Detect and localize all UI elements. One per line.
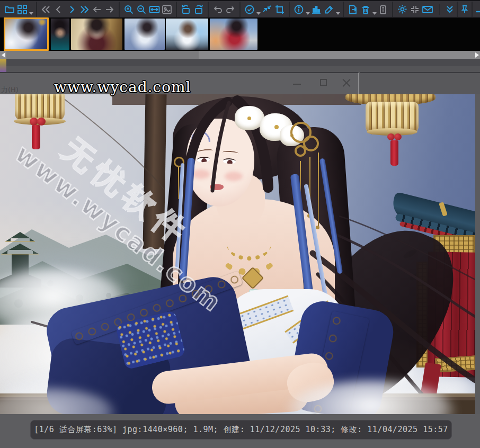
toolbar-group-info: [290, 2, 342, 17]
toolbar-separator: [343, 2, 344, 17]
history-forward-icon[interactable]: [103, 3, 116, 16]
email-icon[interactable]: [421, 3, 434, 16]
toolbar-group-zoom: [120, 2, 175, 17]
crop-icon[interactable]: [273, 3, 286, 16]
exif-info-icon[interactable]: [377, 3, 389, 16]
color-picker-caret[interactable]: [336, 12, 340, 15]
undo-icon[interactable]: [211, 3, 224, 16]
toolbar-separator: [36, 2, 37, 17]
dangle-bead: [316, 226, 319, 229]
previous-image-icon[interactable]: [52, 3, 65, 16]
thumbnail-5[interactable]: [166, 19, 208, 50]
toolbar-group-tools: [394, 2, 436, 17]
toolbar-group-file-ops: [344, 2, 392, 17]
browse-mode-icon[interactable]: [16, 3, 29, 16]
left-lantern-knot: [37, 118, 46, 126]
toolbar-separator: [239, 2, 241, 17]
background-band2: [0, 66, 480, 72]
zoom-in-icon[interactable]: [122, 3, 135, 16]
bg-minimize-icon[interactable]: [293, 84, 301, 85]
status-bar: [1/6 适合屏幕:63%] jpg:1440×960; 1.9M; 创建: 1…: [30, 420, 452, 440]
rotate-right-icon[interactable]: [192, 3, 205, 16]
toolbar-group-file: [1, 2, 35, 17]
necklace: [219, 230, 279, 275]
thumbnail-3[interactable]: [71, 19, 122, 50]
toolbar-separator: [119, 2, 120, 17]
select-check-icon[interactable]: [243, 3, 256, 16]
thumbnail-4[interactable]: [125, 19, 165, 50]
gold-hairpin: [295, 145, 306, 157]
toolbar-group-rotate: [177, 2, 207, 17]
toolbar-separator: [392, 2, 393, 17]
hairpin-dangle: [318, 153, 319, 227]
history-back-icon[interactable]: [91, 3, 103, 16]
resize-icon[interactable]: [261, 3, 273, 16]
open-folder-icon[interactable]: [3, 3, 16, 16]
thumbnail-6[interactable]: [210, 19, 257, 50]
browse-mode-caret[interactable]: [29, 12, 33, 15]
background-window-right: [360, 72, 480, 94]
bg-menu-item[interactable]: 力(H): [1, 85, 19, 95]
select-caret[interactable]: [256, 12, 261, 15]
filmstrip-scrollbar[interactable]: [0, 51, 480, 59]
more-tools-icon[interactable]: [443, 3, 456, 16]
toolbar-group-edit: [241, 2, 288, 17]
delete-caret[interactable]: [372, 12, 377, 15]
pin-window-icon[interactable]: [458, 3, 471, 16]
toolbar-separator: [457, 2, 458, 17]
main-toolbar: [0, 0, 480, 17]
fit-to-width-icon[interactable]: [148, 3, 161, 16]
rotate-left-icon[interactable]: [180, 3, 192, 16]
scroll-right-arrow[interactable]: [474, 51, 480, 59]
zoom-out-icon[interactable]: [135, 3, 148, 16]
toolbar-separator: [208, 2, 209, 17]
top-watermark: www.wycad.coml: [54, 78, 191, 96]
bg-maximize-icon[interactable]: [320, 79, 327, 86]
app-window: 力(H) www.wycad.coml: [0, 0, 480, 448]
scroll-left-arrow[interactable]: [0, 51, 6, 59]
actual-size-icon[interactable]: [161, 3, 173, 16]
bg-close-icon[interactable]: [342, 78, 350, 86]
main-image[interactable]: 无忧软件 www.wycad.com: [0, 94, 475, 414]
minimize-icon[interactable]: [473, 3, 480, 16]
thumbnail-1-selected[interactable]: [4, 17, 49, 51]
image-info-icon[interactable]: [292, 3, 305, 16]
toolbar-separator: [176, 2, 177, 17]
toolbar-right-cluster: [443, 2, 480, 17]
filmstrip-scrollbar-thumb[interactable]: [6, 51, 199, 59]
toolbar-group-history: [209, 2, 239, 17]
toolbar-group-nav: [38, 2, 118, 17]
status-strip: [1/6 适合屏幕:63%] jpg:1440×960; 1.9M; 创建: 1…: [0, 414, 480, 448]
left-triangle-icon: [2, 52, 5, 58]
toolbar-separator: [289, 2, 290, 17]
next-image-icon[interactable]: [65, 3, 78, 16]
delete-icon[interactable]: [359, 3, 372, 16]
background-image-sliver: [0, 59, 6, 72]
toolbar-empty-panel: [439, 4, 440, 15]
histogram-icon[interactable]: [310, 3, 323, 16]
toolbar-separator: [472, 2, 473, 17]
color-picker-icon[interactable]: [323, 3, 335, 16]
redo-icon[interactable]: [224, 3, 237, 16]
settings-icon[interactable]: [396, 3, 408, 16]
first-image-icon[interactable]: [40, 3, 52, 16]
thumbnail-filmstrip: [0, 17, 480, 51]
background-band: [0, 59, 480, 66]
thumbnail-2[interactable]: [51, 19, 69, 50]
status-text: [1/6 适合屏幕:63%] jpg:1440×960; 1.9M; 创建: 1…: [34, 425, 448, 435]
image-info-caret[interactable]: [306, 12, 310, 15]
left-lantern: [15, 94, 65, 121]
collapse-toolbar-icon[interactable]: [408, 3, 421, 16]
last-image-icon[interactable]: [78, 3, 91, 16]
right-triangle-icon: [475, 52, 479, 58]
export-icon[interactable]: [346, 3, 359, 16]
